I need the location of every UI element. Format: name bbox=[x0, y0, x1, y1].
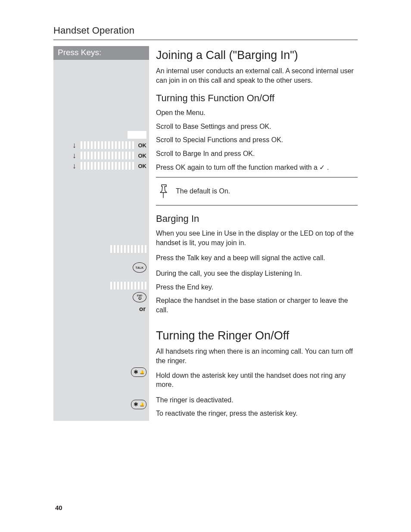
note-rule-bottom bbox=[156, 205, 358, 205]
key-row-scroll-ok: ↓ OK bbox=[53, 161, 149, 171]
down-arrow-icon: ↓ bbox=[72, 152, 76, 159]
pushpin-icon bbox=[158, 184, 169, 199]
sidebar-spacer bbox=[53, 347, 149, 367]
running-header: Handset Operation bbox=[53, 25, 358, 36]
note-default-on: The default is On. bbox=[156, 177, 358, 205]
sidebar-spacer bbox=[53, 171, 149, 190]
display-placeholder-icon bbox=[81, 162, 134, 170]
down-arrow-icon: ↓ bbox=[72, 141, 76, 149]
sidebar-title: Press Keys: bbox=[53, 46, 149, 60]
step-reactivate-ringer: To reactivate the ringer, press the aste… bbox=[156, 407, 358, 421]
ok-label: OK bbox=[138, 163, 147, 169]
menu-key-icon bbox=[128, 131, 146, 139]
sidebar-spacer bbox=[53, 91, 149, 115]
bell-icon: 🔔 bbox=[140, 370, 144, 374]
check-icon: ✓ bbox=[319, 164, 325, 171]
step-text: . bbox=[325, 164, 329, 171]
content-columns: Press Keys: ↓ OK ↓ bbox=[53, 46, 358, 421]
end-key-icon: END⏻ bbox=[133, 292, 146, 302]
key-row-display bbox=[53, 243, 149, 261]
sidebar-spacer bbox=[53, 323, 149, 347]
step-press-end: Press the End key. bbox=[156, 281, 358, 295]
key-row-menu bbox=[53, 130, 149, 140]
heading-joining-call: Joining a Call ("Barging In") bbox=[156, 49, 358, 62]
display-placeholder-icon bbox=[81, 152, 134, 159]
step-special-functions: Scroll to Special Functions and press OK… bbox=[156, 134, 358, 147]
key-row-asterisk: ✱🔔 bbox=[53, 367, 149, 386]
key-row-end: END⏻ bbox=[53, 291, 149, 304]
display-placeholder-icon bbox=[110, 245, 146, 253]
step-press-talk: Press the Talk key and a beep will signa… bbox=[156, 252, 358, 267]
key-row-display bbox=[53, 280, 149, 291]
step-base-settings: Scroll to Base Settings and press OK. bbox=[156, 120, 358, 134]
intro-paragraph: An internal user conducts an external ca… bbox=[156, 66, 358, 85]
key-row-asterisk: ✱🔔 bbox=[53, 398, 149, 411]
display-placeholder-icon bbox=[110, 282, 146, 289]
ok-label: OK bbox=[138, 142, 147, 149]
talk-key-icon: TALK bbox=[133, 262, 146, 273]
step-ringer-deactivated: The ringer is deactivated. bbox=[156, 394, 358, 408]
heading-ringer-on-off: Turning the Ringer On/Off bbox=[156, 329, 358, 342]
step-barge-in: Scroll to Barge In and press OK. bbox=[156, 147, 358, 161]
bell-icon: 🔔 bbox=[140, 403, 144, 407]
sidebar-spacer bbox=[53, 190, 149, 229]
key-row-scroll-ok: ↓ OK bbox=[53, 140, 149, 150]
key-row-talk: TALK bbox=[53, 261, 149, 280]
key-row-scroll-ok: ↓ OK bbox=[53, 150, 149, 161]
manual-page: Handset Operation Press Keys: ↓ OK bbox=[53, 25, 358, 421]
press-keys-sidebar: Press Keys: ↓ OK ↓ bbox=[53, 46, 149, 421]
note-text: The default is On. bbox=[176, 187, 230, 195]
sidebar-spacer bbox=[53, 386, 149, 398]
main-text-column: Joining a Call ("Barging In") An interna… bbox=[149, 46, 358, 421]
asterisk-key-icon: ✱🔔 bbox=[131, 367, 146, 377]
ringer-intro: All handsets ring when there is an incom… bbox=[156, 347, 358, 365]
page-number: 40 bbox=[55, 504, 62, 511]
talk-key-label: TALK bbox=[135, 266, 143, 269]
key-column: ↓ OK ↓ OK ↓ OK bbox=[53, 60, 149, 421]
step-listening-in: During the call, you see the display Lis… bbox=[156, 267, 358, 281]
or-label: or bbox=[139, 305, 146, 312]
ok-label: OK bbox=[138, 152, 147, 159]
step-line-in-use: When you see Line in Use in the display … bbox=[156, 227, 358, 252]
step-replace-handset: Replace the handset in the base station … bbox=[156, 294, 358, 319]
key-row-or: or bbox=[53, 304, 149, 323]
asterisk-key-icon: ✱🔔 bbox=[131, 400, 146, 409]
sidebar-spacer bbox=[53, 115, 149, 130]
sidebar-spacer bbox=[53, 63, 149, 91]
subheading-barging-in: Barging In bbox=[156, 213, 358, 224]
step-press-ok-again: Press OK again to turn off the function … bbox=[156, 161, 358, 175]
step-text: Press OK again to turn off the function … bbox=[156, 164, 319, 171]
step-hold-asterisk: Hold down the asterisk key until the han… bbox=[156, 369, 358, 394]
power-icon: ⏻ bbox=[138, 297, 141, 300]
sidebar-spacer bbox=[53, 229, 149, 243]
display-placeholder-icon bbox=[81, 141, 134, 149]
step-open-menu: Open the Menu. bbox=[156, 106, 358, 120]
header-rule bbox=[53, 40, 358, 40]
down-arrow-icon: ↓ bbox=[72, 162, 76, 170]
subheading-turning-on-off: Turning this Function On/Off bbox=[156, 93, 358, 104]
